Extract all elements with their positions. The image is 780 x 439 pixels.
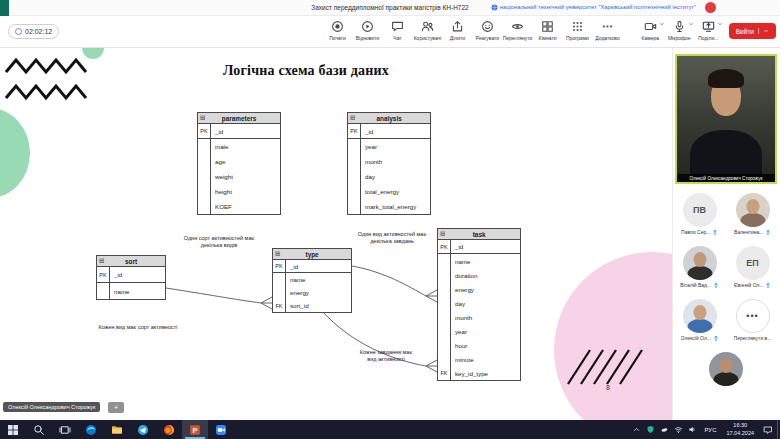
more-icon	[601, 20, 614, 33]
mic-icon	[712, 229, 718, 235]
clock[interactable]: 16:30 17.04.2024	[721, 422, 759, 436]
svg-text:P: P	[192, 425, 197, 434]
language-indicator[interactable]: РУС	[699, 427, 721, 433]
device-buttons: КамераМікрофонПоділи...	[637, 19, 722, 41]
meeting-window: Захист переддипломної практики магістрів…	[0, 0, 780, 439]
toolbar-apps-button[interactable]: Програми	[563, 19, 592, 41]
relation-label-3: Один вид активностей має декілька завдан…	[358, 231, 426, 246]
participants-sidebar: Олексій Олександрович Сторожук ПВПавло С…	[672, 48, 780, 420]
participant-name-row: Павло Сер...	[681, 229, 718, 235]
chevron-up-icon[interactable]	[629, 420, 643, 439]
taskbar-task-view-button[interactable]	[52, 420, 78, 439]
search-icon	[33, 424, 45, 436]
toolbar-resume-button[interactable]: Відновити	[353, 19, 382, 41]
shield-icon[interactable]	[643, 420, 657, 439]
participant-7[interactable]	[700, 352, 752, 386]
cloud-icon[interactable]	[657, 420, 671, 439]
toolbar-mic-button[interactable]: Мікрофон	[666, 19, 693, 41]
taskbar-powerpoint-button[interactable]: P	[182, 420, 208, 439]
slide-page-number: 8	[606, 384, 610, 391]
react-icon	[481, 20, 494, 33]
relation-labels: Один сорт активностей має декілька видів…	[0, 48, 672, 420]
speaker-name: Олексій Олександрович Сторожук	[8, 404, 95, 410]
participant-name: Віталій Вад...	[680, 282, 711, 288]
participant-1[interactable]: ПВПавло Сер...	[674, 193, 726, 235]
toolbar-camera-button[interactable]: Камера	[637, 19, 664, 41]
speaker-name-pill: Олексій Олександрович Сторожук	[3, 402, 100, 412]
recording-timer[interactable]: 02:02:12	[8, 24, 59, 39]
participant-name-row: Олексій Ол...	[681, 335, 719, 341]
powerpoint-icon: P	[189, 424, 201, 436]
profile-avatar[interactable]	[705, 2, 716, 13]
toolbar-more-button[interactable]: Додатково	[593, 19, 622, 41]
meeting-title: Захист переддипломної практики магістрів…	[311, 4, 468, 11]
record-indicator-icon	[15, 28, 22, 35]
users-icon	[421, 20, 434, 33]
meeting-toolbar: 02:02:12 ПочатиВідновитиЧатКористувачіДі…	[0, 16, 780, 48]
toolbar-apps-label: Програми	[566, 35, 589, 41]
taskbar-explorer-button[interactable]	[104, 420, 130, 439]
mic-chevron-down-icon[interactable]	[688, 21, 694, 27]
participants-grid: ПВПавло Сер...Валентина...Віталій Вад...…	[673, 190, 780, 386]
avatar-photo	[683, 299, 717, 333]
participant-4[interactable]: ЕПЄвгеній Ол...	[727, 246, 779, 288]
taskbar-firefox-button[interactable]	[156, 420, 182, 439]
participant-name: Олексій Ол...	[681, 335, 712, 341]
apps-icon	[571, 20, 584, 33]
notification-center-button[interactable]	[759, 420, 777, 439]
volume-icon[interactable]	[685, 420, 699, 439]
toolbar-share-button[interactable]: Ділити	[443, 19, 472, 41]
screen-share-chevron-down-icon[interactable]	[717, 21, 723, 27]
taskbar-zoom-button[interactable]	[208, 420, 234, 439]
zoomapp-icon	[215, 424, 227, 436]
wifi-icon[interactable]	[671, 420, 685, 439]
toolbar-react-button[interactable]: Реагувати	[473, 19, 502, 41]
rooms-icon	[541, 20, 554, 33]
participant-name: Євгеній Ол...	[734, 282, 764, 288]
taskbar-telegram-button[interactable]	[130, 420, 156, 439]
taskbar-start-button[interactable]	[0, 420, 26, 439]
toolbar-start-button[interactable]: Почати	[323, 19, 352, 41]
toolbar-more-label: Додатково	[595, 35, 619, 41]
participant-3[interactable]: Віталій Вад...	[674, 246, 726, 288]
active-speaker-video[interactable]: Олексій Олександрович Сторожук	[675, 54, 777, 184]
globe-icon	[491, 4, 498, 11]
avatar-photo	[736, 193, 770, 227]
camera-chevron-down-icon[interactable]	[659, 21, 665, 27]
toolbar-view-button[interactable]: Переглянути	[503, 19, 532, 41]
participant-name-row: Валентина...	[734, 229, 771, 235]
avatar-initials: ЕП	[736, 246, 770, 280]
clock-time: 16:30	[726, 422, 754, 429]
windows-icon	[7, 424, 19, 436]
org-link[interactable]: національний технічний університет "Харк…	[491, 4, 696, 11]
toolbar-right-group: КамераМікрофонПоділи... Вийти	[637, 19, 776, 41]
taskview-icon	[59, 424, 71, 436]
relation-label-2: Кожен вид має сорт активності	[99, 324, 178, 331]
toolbar-chat-label: Чат	[393, 35, 401, 41]
more-participants-icon: •••	[736, 299, 770, 333]
resume-icon	[361, 20, 374, 33]
toolbar-rooms-button[interactable]: Кімнати	[533, 19, 562, 41]
toolbar-participants-button[interactable]: Користувачі	[413, 19, 442, 41]
leave-button[interactable]: Вийти	[729, 23, 776, 39]
telegram-icon	[137, 424, 149, 436]
chat-icon	[391, 20, 404, 33]
taskbar-edge-button[interactable]	[78, 420, 104, 439]
shared-screen-slide: Логічна схема бази даних ▤parametersPK_i…	[0, 48, 672, 420]
corner-accent	[0, 0, 9, 16]
participant-5[interactable]: Олексій Ол...	[674, 299, 726, 341]
leave-chevron-down-icon[interactable]	[758, 28, 769, 34]
participant-2[interactable]: Валентина...	[727, 193, 779, 235]
participant-6[interactable]: •••Переглянути в...	[727, 299, 779, 341]
toolbar-start-label: Почати	[329, 35, 346, 41]
toolbar-view-label: Переглянути	[503, 35, 533, 41]
windows-taskbar: P РУС 16:30 17.04.2024	[0, 420, 780, 439]
speaker-pill-expand-button[interactable]: +	[108, 402, 124, 413]
taskbar-search-button[interactable]	[26, 420, 52, 439]
toolbar-screen-share-button[interactable]: Поділи...	[695, 19, 722, 41]
relation-label-4: Кожне завдання має вид активності	[360, 349, 412, 364]
toolbar-chat-button[interactable]: Чат	[383, 19, 412, 41]
participant-name: Валентина...	[734, 229, 763, 235]
share-icon	[451, 20, 464, 33]
video-name-label: Олексій Олександрович Сторожук	[677, 174, 775, 182]
